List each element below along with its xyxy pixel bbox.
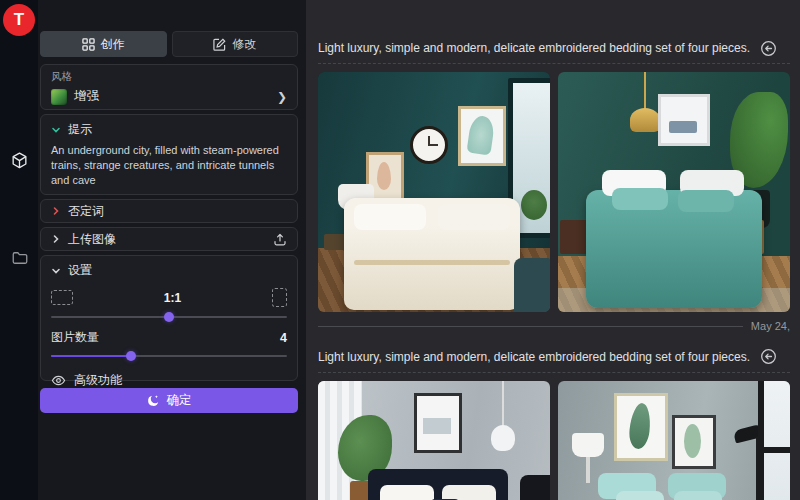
scene-pendant-lamp xyxy=(491,425,515,451)
reuse-prompt-icon[interactable] xyxy=(760,348,777,365)
cube-icon[interactable] xyxy=(10,151,29,170)
gallery: Light luxury, simple and modern, delicat… xyxy=(306,0,800,500)
confirm-button[interactable]: 确定 xyxy=(40,388,298,413)
logo-letter: T xyxy=(14,10,24,30)
generated-image[interactable] xyxy=(558,381,790,500)
image-count-slider-handle[interactable] xyxy=(126,351,136,361)
style-section: 风格 增强 ❯ xyxy=(40,64,298,110)
scene-pillows xyxy=(612,188,668,210)
upload-image-label: 上传图像 xyxy=(68,231,116,248)
style-value: 增强 xyxy=(74,88,270,105)
generation-prompt: Light luxury, simple and modern, delicat… xyxy=(318,350,750,364)
upload-icon[interactable] xyxy=(273,232,287,246)
scene-lamp-cord xyxy=(644,72,646,110)
mode-tabs: 创作 修改 xyxy=(40,31,298,57)
scene-bed xyxy=(586,190,762,308)
settings-section-header[interactable]: 设置 xyxy=(51,262,287,279)
chevron-down-icon xyxy=(51,266,61,276)
upload-image-section[interactable]: 上传图像 xyxy=(40,227,298,251)
advanced-features-label: 高级功能 xyxy=(74,372,122,389)
prompt-section-header[interactable]: 提示 xyxy=(51,121,287,138)
advanced-features-row[interactable]: 高级功能 xyxy=(51,372,287,389)
scene-pillows xyxy=(380,485,434,500)
scene-bed xyxy=(344,198,520,310)
tab-create[interactable]: 创作 xyxy=(40,31,167,57)
generation-header: Light luxury, simple and modern, delicat… xyxy=(318,341,790,373)
scene-art-frame xyxy=(658,94,710,146)
scene-lamp-stem xyxy=(586,457,590,483)
confirm-button-label: 确定 xyxy=(167,392,192,409)
divider xyxy=(318,326,743,327)
scene-art-frame xyxy=(414,393,462,453)
image-count-value: 4 xyxy=(280,331,287,345)
sidebar: 创作 修改 风格 增强 ❯ 提示 An underground city, fi… xyxy=(38,0,306,500)
settings-section: 设置 1:1 图片数量 4 高级功能 xyxy=(40,255,298,381)
scene-window-bar xyxy=(764,447,790,453)
settings-section-label: 设置 xyxy=(68,262,92,279)
image-count-slider[interactable] xyxy=(51,351,287,361)
landscape-ratio-icon xyxy=(51,290,73,305)
prompt-section-label: 提示 xyxy=(68,121,92,138)
generated-image[interactable] xyxy=(558,72,790,312)
aspect-ratio-row: 1:1 xyxy=(51,288,287,307)
scene-table-lamp xyxy=(572,433,604,457)
app-logo[interactable]: T xyxy=(3,4,35,36)
negative-words-section[interactable]: 否定词 xyxy=(40,199,298,223)
scene-duvet-trim xyxy=(354,260,510,265)
reuse-prompt-icon[interactable] xyxy=(760,40,777,57)
scene-window xyxy=(758,381,790,500)
generated-image[interactable] xyxy=(318,72,550,312)
tab-create-label: 创作 xyxy=(101,36,125,53)
tab-modify[interactable]: 修改 xyxy=(172,31,299,57)
scene-plant xyxy=(521,190,547,220)
chevron-right-icon: ❯ xyxy=(277,91,287,103)
scene-armchair xyxy=(514,258,550,312)
scene-art-frame xyxy=(458,106,506,166)
generation-header: Light luxury, simple and modern, delicat… xyxy=(318,33,790,64)
moon-sparkle-icon xyxy=(147,394,160,407)
negative-words-label: 否定词 xyxy=(68,203,104,220)
style-selector[interactable]: 增强 ❯ xyxy=(51,88,287,105)
eye-icon xyxy=(51,373,66,388)
chevron-right-icon xyxy=(51,206,61,216)
generated-image[interactable] xyxy=(318,381,550,500)
chevron-right-icon xyxy=(51,234,61,244)
folder-icon[interactable] xyxy=(10,248,29,267)
app-rail: T xyxy=(0,0,38,500)
portrait-ratio-icon xyxy=(272,288,287,307)
grid-icon xyxy=(82,38,95,51)
style-thumbnail xyxy=(51,89,67,105)
tab-modify-label: 修改 xyxy=(232,36,256,53)
image-count-row: 图片数量 4 xyxy=(51,329,287,346)
edit-icon xyxy=(213,38,226,51)
generation-row xyxy=(318,381,790,500)
generation-meta: May 24, xyxy=(318,317,790,335)
style-section-label: 风格 xyxy=(51,70,287,84)
scene-art-frame xyxy=(672,415,716,469)
scene-lamp-cord xyxy=(502,381,504,427)
aspect-ratio-slider-handle[interactable] xyxy=(164,312,174,322)
scene-pillows xyxy=(354,204,426,230)
prompt-input[interactable]: An underground city, filled with steam-p… xyxy=(51,143,287,188)
scene-pillows xyxy=(616,491,664,500)
scene-armchair xyxy=(520,475,550,500)
aspect-ratio-value: 1:1 xyxy=(164,291,181,305)
generation-prompt: Light luxury, simple and modern, delicat… xyxy=(318,41,750,55)
chevron-down-icon xyxy=(51,125,61,135)
prompt-section: 提示 An underground city, filled with stea… xyxy=(40,114,298,195)
aspect-ratio-slider[interactable] xyxy=(51,312,287,322)
scene-pendant-lamp xyxy=(630,108,660,132)
generation-date: May 24, xyxy=(751,320,790,332)
image-count-label: 图片数量 xyxy=(51,329,99,346)
scene-wall-clock xyxy=(410,126,448,164)
scene-art-frame xyxy=(614,393,668,461)
generation-row xyxy=(318,72,790,312)
